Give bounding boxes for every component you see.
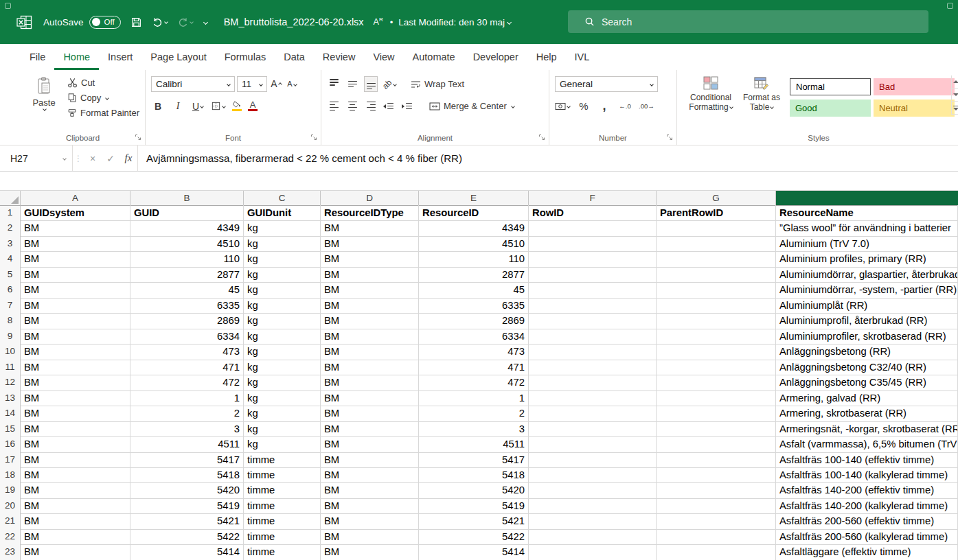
cell-F6[interactable] xyxy=(529,282,657,298)
italic-button[interactable]: I xyxy=(171,98,185,114)
cell-F9[interactable] xyxy=(529,329,657,345)
cell-A16[interactable]: BM xyxy=(21,436,130,452)
column-header-H[interactable] xyxy=(776,191,958,206)
cell-B19[interactable]: 5420 xyxy=(130,482,244,498)
cell-F17[interactable] xyxy=(529,452,657,468)
cell-H8[interactable]: Aluminiumprofil, återbrukad (RR) xyxy=(776,313,958,329)
cell-B7[interactable]: 6335 xyxy=(130,298,244,314)
cell-A6[interactable]: BM xyxy=(21,282,130,298)
cell-G1[interactable]: ParentRowID xyxy=(657,205,776,221)
cell-F12[interactable] xyxy=(529,375,657,390)
cell-E14[interactable]: 2 xyxy=(419,406,529,421)
tab-review[interactable]: Review xyxy=(314,44,365,70)
save-button[interactable] xyxy=(130,16,142,28)
row-header-8[interactable]: 8 xyxy=(0,313,21,329)
cell-E6[interactable]: 45 xyxy=(419,282,529,298)
decrease-font-size-button[interactable]: A xyxy=(285,76,299,92)
cell-F16[interactable] xyxy=(529,436,657,452)
cell-C18[interactable]: timme xyxy=(244,467,321,483)
cell-E8[interactable]: 2869 xyxy=(419,313,529,329)
cell-E18[interactable]: 5418 xyxy=(419,467,529,483)
row-header-6[interactable]: 6 xyxy=(0,282,21,298)
tab-developer[interactable]: Developer xyxy=(464,44,527,70)
tab-file[interactable]: File xyxy=(21,44,54,70)
cell-A18[interactable]: BM xyxy=(21,467,130,483)
autosave-toggle[interactable]: Off xyxy=(89,16,121,29)
cell-D12[interactable]: BM xyxy=(321,375,419,390)
cell-E11[interactable]: 471 xyxy=(419,360,529,375)
decrease-indent-button[interactable] xyxy=(383,98,396,114)
cell-C2[interactable]: kg xyxy=(244,220,321,236)
cell-A2[interactable]: BM xyxy=(21,220,130,236)
cell-G13[interactable] xyxy=(657,390,776,406)
middle-align-button[interactable] xyxy=(345,76,359,92)
row-header-14[interactable]: 14 xyxy=(0,406,21,421)
cell-G15[interactable] xyxy=(657,421,776,437)
cell-E16[interactable]: 4511 xyxy=(419,436,529,452)
row-header-1[interactable]: 1 xyxy=(0,205,21,221)
tab-ivl[interactable]: IVL xyxy=(566,44,599,70)
conditional-formatting-button[interactable]: Conditional Formatting xyxy=(683,76,739,112)
cell-G22[interactable] xyxy=(657,529,776,545)
row-header-11[interactable]: 11 xyxy=(0,360,21,375)
cell-D9[interactable]: BM xyxy=(321,329,419,345)
cell-F5[interactable] xyxy=(529,267,657,283)
cell-A22[interactable]: BM xyxy=(21,529,130,545)
accounting-format-button[interactable] xyxy=(555,98,570,114)
cell-A1[interactable]: GUIDsystem xyxy=(21,205,130,221)
cell-F2[interactable] xyxy=(529,220,657,236)
cell-A13[interactable]: BM xyxy=(21,390,130,406)
cell-H5[interactable]: Aluminiumdörrar, glaspartier, återbrukad… xyxy=(776,267,958,283)
cell-H6[interactable]: Aluminiumdörrar, -system, -partier (RR) xyxy=(776,282,958,298)
column-header-F[interactable]: F xyxy=(529,191,657,206)
number-format-select[interactable]: General xyxy=(555,76,658,92)
cell-D4[interactable]: BM xyxy=(321,251,419,267)
row-header-4[interactable]: 4 xyxy=(0,251,21,267)
cell-A17[interactable]: BM xyxy=(21,452,130,468)
cell-C20[interactable]: timme xyxy=(244,498,321,514)
cell-G2[interactable] xyxy=(657,220,776,236)
excel-app-icon[interactable] xyxy=(16,15,32,30)
row-header-10[interactable]: 10 xyxy=(0,344,21,360)
cell-F13[interactable] xyxy=(529,390,657,406)
bottom-align-button[interactable] xyxy=(364,76,378,92)
cell-A20[interactable]: BM xyxy=(21,498,130,514)
cell-B6[interactable]: 45 xyxy=(130,282,244,298)
cell-D10[interactable]: BM xyxy=(321,344,419,360)
cell-G4[interactable] xyxy=(657,251,776,267)
font-dialog-launcher-icon[interactable] xyxy=(310,134,318,141)
cell-C19[interactable]: timme xyxy=(244,482,321,498)
bold-button[interactable]: B xyxy=(151,98,165,114)
tab-view[interactable]: View xyxy=(364,44,403,70)
cell-E7[interactable]: 6335 xyxy=(419,298,529,314)
cell-F23[interactable] xyxy=(529,544,657,560)
cell-A5[interactable]: BM xyxy=(21,267,130,283)
column-header-B[interactable]: B xyxy=(130,191,244,206)
increase-indent-button[interactable] xyxy=(401,98,415,114)
cell-C23[interactable]: timme xyxy=(244,544,321,560)
column-header-A[interactable]: A xyxy=(21,191,130,206)
tab-automate[interactable]: Automate xyxy=(404,44,464,70)
cell-D11[interactable]: BM xyxy=(321,360,419,375)
cell-H1[interactable]: ResourceName xyxy=(776,205,958,221)
cell-D23[interactable]: BM xyxy=(321,544,419,560)
cell-A11[interactable]: BM xyxy=(21,360,130,375)
cell-D18[interactable]: BM xyxy=(321,467,419,483)
cell-G7[interactable] xyxy=(657,298,776,314)
cell-H17[interactable]: Asfaltfräs 100-140 (effektiv timme) xyxy=(776,452,958,468)
number-dialog-launcher-icon[interactable] xyxy=(666,134,674,141)
cell-E1[interactable]: ResourceID xyxy=(419,205,529,221)
cell-B10[interactable]: 473 xyxy=(130,344,244,360)
cell-B2[interactable]: 4349 xyxy=(130,220,244,236)
cell-D5[interactable]: BM xyxy=(321,267,419,283)
tab-home[interactable]: Home xyxy=(54,44,99,70)
row-header-5[interactable]: 5 xyxy=(0,267,21,283)
row-header-9[interactable]: 9 xyxy=(0,329,21,345)
row-header-13[interactable]: 13 xyxy=(0,390,21,406)
cell-H18[interactable]: Asfaltfräs 100-140 (kalkylerad timme) xyxy=(776,467,958,483)
cell-A4[interactable]: BM xyxy=(21,251,130,267)
row-header-20[interactable]: 20 xyxy=(0,498,21,514)
cell-B23[interactable]: 5414 xyxy=(130,544,244,560)
cell-C1[interactable]: GUIDunit xyxy=(244,205,321,221)
cell-C4[interactable]: kg xyxy=(244,251,321,267)
